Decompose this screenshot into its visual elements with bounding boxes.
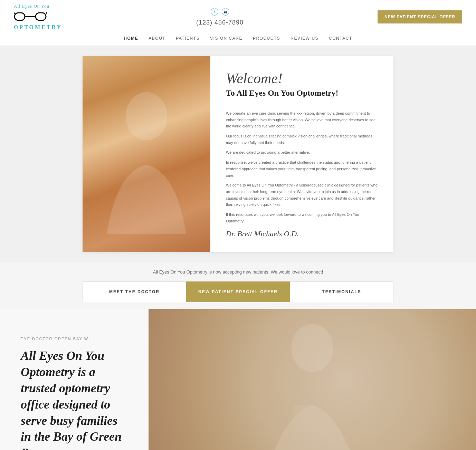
welcome-divider <box>226 103 254 103</box>
glasses-icon <box>14 10 47 23</box>
meet-doctor-button[interactable]: MEET THE DOCTOR <box>83 281 186 302</box>
svg-point-5 <box>126 92 167 141</box>
svg-rect-7 <box>294 405 309 432</box>
lower-section: EYE DOCTOR GREEN BAY WI All Eyes On You … <box>0 309 476 450</box>
nav-item-review-us[interactable]: REVIEW US <box>291 36 318 41</box>
instagram-icon[interactable]: 📷 <box>222 8 229 16</box>
cta-strip: All Eyes On You Optometry is now accepti… <box>0 262 476 309</box>
hero-body-1: We operate an eye care clinic serving th… <box>226 110 378 130</box>
header-center: f 📷 (123) 456-7890 <box>196 8 244 26</box>
hero-body-3: We are dedicated to providing a better a… <box>226 149 378 156</box>
eyedoc-label: EYE DOCTOR GREEN BAY WI <box>21 337 128 341</box>
hero-body-4: In response, we've created a practice th… <box>226 159 378 179</box>
social-icons: f 📷 <box>211 8 229 16</box>
header: All Eyes On You OPTOMETRY f <box>0 0 476 46</box>
welcome-heading: To All Eyes On You Optometry! <box>226 88 378 98</box>
lower-text: EYE DOCTOR GREEN BAY WI All Eyes On You … <box>0 309 149 450</box>
nav-item-products[interactable]: PRODUCTS <box>253 36 280 41</box>
logo[interactable]: All Eyes On You OPTOMETRY <box>14 3 62 30</box>
svg-rect-0 <box>15 13 25 20</box>
hero-body-2: Our focus is on individuals facing compl… <box>226 133 378 146</box>
new-patient-header-button[interactable]: NEW PATIENT SPECIAL OFFER <box>378 10 462 23</box>
facebook-icon[interactable]: f <box>211 8 218 16</box>
lower-heading: All Eyes On You Optometry is a trusted o… <box>21 348 128 450</box>
nav-item-vision-care[interactable]: VISION CARE <box>210 36 242 41</box>
new-patient-cta-button[interactable]: NEW PATIENT SPECIAL OFFER <box>186 281 290 302</box>
hero-card: Welcome! To All Eyes On You Optometry! W… <box>83 56 393 252</box>
hero-body-6: If this resonates with you, we look forw… <box>226 211 378 224</box>
logo-glasses-wrapper <box>14 10 47 23</box>
logo-text-bottom: OPTOMETRY <box>14 24 62 30</box>
logo-text-top: All Eyes On You <box>14 3 49 9</box>
nav-item-patients[interactable]: PATIENTS <box>176 36 200 41</box>
hero-section: Welcome! To All Eyes On You Optometry! W… <box>0 46 476 262</box>
nav-item-about[interactable]: ABOUT <box>149 36 165 41</box>
lower-photo-overlay <box>149 309 476 450</box>
svg-point-6 <box>291 324 333 372</box>
main-nav: HOME ABOUT PATIENTS VISION CARE PRODUCTS… <box>14 33 462 42</box>
hero-photo-overlay <box>83 56 210 252</box>
hero-image <box>83 56 210 252</box>
nav-item-contact[interactable]: CONTACT <box>329 36 352 41</box>
svg-line-4 <box>46 12 47 14</box>
svg-line-3 <box>14 12 15 14</box>
nav-item-home[interactable]: HOME <box>124 36 138 41</box>
hero-content: Welcome! To All Eyes On You Optometry! W… <box>210 56 393 252</box>
welcome-script: Welcome! <box>226 70 378 87</box>
svg-rect-1 <box>36 13 46 20</box>
phone-number[interactable]: (123) 456-7890 <box>196 19 244 26</box>
testimonials-button[interactable]: TESTIMONIALS <box>290 281 393 302</box>
lower-image <box>149 309 476 450</box>
header-top: All Eyes On You OPTOMETRY f <box>14 3 462 33</box>
cta-strip-text: All Eyes On You Optometry is now accepti… <box>7 269 469 275</box>
cta-buttons: MEET THE DOCTOR NEW PATIENT SPECIAL OFFE… <box>83 281 393 302</box>
signature: Dr. Brett Michaels O.D. <box>226 229 378 238</box>
hero-body-5: Welcome to All Eyes On You Optometry - a… <box>226 182 378 208</box>
